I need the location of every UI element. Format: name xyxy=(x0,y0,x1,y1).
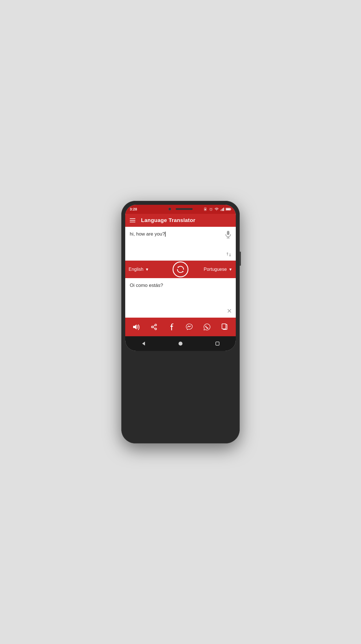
svg-rect-7 xyxy=(223,208,224,211)
output-text: Oi como estás? xyxy=(130,282,231,289)
svg-point-17 xyxy=(155,324,157,326)
share-button[interactable] xyxy=(148,321,160,333)
earpiece-speaker xyxy=(176,208,193,210)
phone-device: 3:28 xyxy=(121,201,240,443)
messenger-icon xyxy=(186,323,193,331)
text-cursor xyxy=(165,232,166,237)
svg-rect-10 xyxy=(226,208,230,210)
clear-output-button[interactable]: ✕ xyxy=(227,307,232,315)
microphone-button[interactable] xyxy=(224,230,232,239)
signal-icon xyxy=(220,207,224,211)
home-button[interactable] xyxy=(174,337,187,350)
target-lang-selector[interactable]: Portuguese ▼ xyxy=(188,267,232,272)
output-area: Oi como estás? ✕ xyxy=(125,278,236,318)
svg-rect-6 xyxy=(223,208,223,211)
refresh-icon xyxy=(176,265,185,274)
facebook-button[interactable] xyxy=(166,321,177,333)
source-lang-label: English xyxy=(129,267,143,272)
target-lang-arrow: ▼ xyxy=(228,267,232,272)
mic-icon xyxy=(224,230,232,239)
svg-rect-24 xyxy=(222,324,226,329)
copy-button[interactable] xyxy=(219,321,230,333)
volume-icon xyxy=(133,324,140,330)
facebook-icon xyxy=(169,324,174,330)
source-lang-selector[interactable]: English ▼ xyxy=(129,267,173,272)
copy-icon xyxy=(221,323,228,331)
back-button[interactable] xyxy=(137,337,150,350)
svg-line-21 xyxy=(153,327,155,328)
phone-notch xyxy=(168,208,193,210)
svg-marker-26 xyxy=(142,342,145,346)
app-title: Language Translator xyxy=(141,217,195,223)
front-camera xyxy=(168,208,171,210)
app-bar: Language Translator xyxy=(125,214,236,227)
svg-point-19 xyxy=(155,328,157,330)
svg-point-27 xyxy=(179,342,182,346)
battery-icon xyxy=(226,207,231,211)
whatsapp-button[interactable] xyxy=(201,321,213,333)
speak-button[interactable] xyxy=(131,321,142,333)
target-lang-label: Portuguese xyxy=(204,267,227,272)
status-time: 3:28 xyxy=(130,207,137,211)
language-bar: English ▼ Portuguese ▼ xyxy=(125,261,236,278)
home-icon xyxy=(178,341,183,346)
recents-icon xyxy=(215,341,220,346)
svg-rect-5 xyxy=(221,209,222,211)
swap-languages-button[interactable] xyxy=(173,261,188,277)
recents-button[interactable] xyxy=(211,337,224,350)
svg-line-20 xyxy=(153,325,155,326)
svg-rect-1 xyxy=(205,208,206,210)
swap-icon xyxy=(226,251,232,258)
svg-point-3 xyxy=(216,210,217,210)
phone-screen: 3:28 xyxy=(125,205,236,351)
svg-marker-16 xyxy=(133,324,137,329)
svg-rect-9 xyxy=(230,208,231,210)
status-icons xyxy=(204,207,231,211)
input-area[interactable]: hi, how are you? xyxy=(125,227,236,261)
navigation-bar xyxy=(125,336,236,351)
hamburger-menu[interactable] xyxy=(130,218,135,222)
whatsapp-icon xyxy=(203,323,211,331)
svg-rect-28 xyxy=(216,342,219,345)
alarm-icon xyxy=(209,207,213,211)
svg-rect-11 xyxy=(227,231,230,235)
power-button xyxy=(240,252,241,266)
share-icon xyxy=(151,324,157,330)
swap-direction-button[interactable] xyxy=(226,251,232,258)
messenger-button[interactable] xyxy=(184,321,195,333)
svg-rect-4 xyxy=(221,210,221,211)
svg-point-18 xyxy=(151,326,153,328)
wifi-icon xyxy=(214,207,219,211)
input-text: hi, how are you? xyxy=(130,231,231,248)
action-bar xyxy=(125,318,236,336)
source-lang-arrow: ▼ xyxy=(145,267,149,272)
sim-icon xyxy=(204,207,208,211)
back-icon xyxy=(141,341,146,346)
